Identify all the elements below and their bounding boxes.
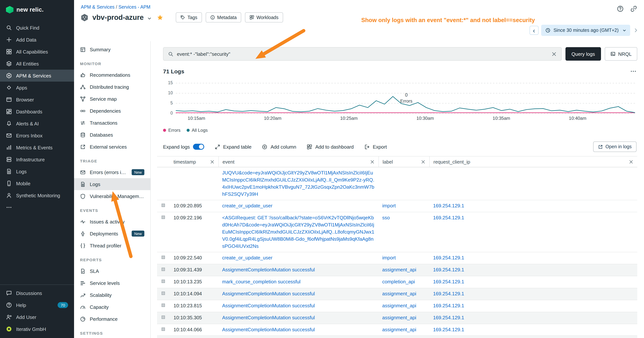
log-ip-link[interactable]: 169.254.129.1 <box>433 255 464 261</box>
log-event-link[interactable]: AssignmentCompletionMutation successful <box>222 303 315 308</box>
log-label-link[interactable]: import <box>382 203 396 209</box>
sidebar-item-synthetic-monitoring[interactable]: Synthetic Monitoring <box>0 189 74 201</box>
expand-logs-toggle[interactable]: Expand logs <box>163 144 204 150</box>
log-ip-link[interactable]: 169.254.129.1 <box>433 314 464 320</box>
time-back-button[interactable] <box>530 26 538 35</box>
export-button[interactable]: Export <box>364 144 387 150</box>
table-row[interactable]: 10:10:23.815AssignmentCompletionMutation… <box>157 300 637 312</box>
help-icon[interactable] <box>617 5 624 12</box>
sidebar-item-add-data[interactable]: Add Data <box>0 34 74 46</box>
sidebar-item-recommendations[interactable]: Recommendations <box>74 69 150 81</box>
sidebar-item-service-levels[interactable]: Service levels <box>74 277 150 289</box>
sidebar-item-help[interactable]: Help70 <box>0 299 74 311</box>
log-ip-link[interactable]: 169.254.129.1 <box>433 267 464 273</box>
log-event-link[interactable]: AssignmentCompletionMutation successful <box>222 326 315 332</box>
time-forward-icon[interactable] <box>633 27 639 33</box>
remove-column-icon[interactable] <box>210 159 215 164</box>
log-label-link[interactable]: assignment_api <box>382 291 416 296</box>
more-options-icon[interactable] <box>630 68 636 75</box>
favorite-star-icon[interactable] <box>157 14 164 21</box>
time-picker[interactable]: Since 30 minutes ago (GMT+2) <box>541 25 630 36</box>
column-header-request-client-ip[interactable]: request_client_ip <box>429 156 637 167</box>
sidebar-item-performance[interactable]: Performance <box>74 313 150 325</box>
table-row[interactable]: 10:09:31.439AssignmentCompletionMutation… <box>157 264 637 276</box>
table-row[interactable]: 10:09:22.540create_or_update_userimport1… <box>157 252 637 264</box>
sidebar-item-logs[interactable]: Logs <box>74 178 150 190</box>
table-row[interactable]: 10:10:35.305AssignmentCompletionMutation… <box>157 312 637 324</box>
remove-column-icon[interactable] <box>629 159 634 164</box>
chart-plot-area[interactable]: 0 Errors <box>176 80 635 113</box>
column-header-event[interactable]: event <box>218 156 378 167</box>
clear-query-icon[interactable] <box>551 51 557 57</box>
sidebar-item-metrics-events[interactable]: Metrics & Events <box>0 142 74 153</box>
query-logs-button[interactable]: Query logs <box>566 47 601 61</box>
table-row[interactable]: 10:10:49.051mark_course_completion succe… <box>157 336 637 338</box>
workloads-button[interactable]: Workloads <box>245 12 283 23</box>
log-label-link[interactable]: assignment_api <box>382 314 416 320</box>
log-ip-link[interactable]: 169.254.129.1 <box>433 303 464 308</box>
sidebar-item-all-entities[interactable]: All Entities <box>0 58 74 70</box>
row-select-handle[interactable] <box>162 315 165 319</box>
table-row[interactable]: 10:10:44.066AssignmentCompletionMutation… <box>157 324 637 336</box>
sidebar-item-thread-profiler[interactable]: Thread profiler <box>74 240 150 251</box>
sidebar-item-discussions[interactable]: Discussions <box>0 287 74 299</box>
add-column-button[interactable]: Add column <box>262 144 296 150</box>
log-event-link[interactable]: JUQVU&code=eyJraWQiOiJjcGltY29yZV8wOTl1M… <box>222 170 374 197</box>
sidebar-item-mobile[interactable]: Mobile <box>0 177 74 189</box>
log-event-link[interactable]: create_or_update_user <box>222 203 272 209</box>
table-row[interactable]: 10:09:22.196<ASGIRequest: GET '/sso/call… <box>157 212 637 252</box>
add-to-dashboard-button[interactable]: Add to dashboard <box>307 144 354 150</box>
log-search-bar[interactable] <box>163 47 562 61</box>
column-header-label[interactable]: label <box>378 156 429 167</box>
log-label-link[interactable]: assignment_api <box>382 267 416 273</box>
log-ip-link[interactable]: 169.254.129.1 <box>433 215 464 220</box>
sidebar-item-errors-inbox[interactable]: Errors Inbox <box>0 130 74 142</box>
row-select-handle[interactable] <box>162 256 165 259</box>
legend-item-errors[interactable]: Errors <box>163 128 180 133</box>
log-event-link[interactable]: AssignmentCompletionMutation successful <box>222 291 315 296</box>
sidebar-item-transactions[interactable]: Transactions <box>74 117 150 129</box>
log-event-link[interactable]: AssignmentCompletionMutation successful <box>222 267 315 273</box>
sidebar-item-dashboards[interactable]: Dashboards <box>0 106 74 118</box>
log-label-link[interactable]: sso <box>382 215 390 220</box>
sidebar-item-quick-find[interactable]: Quick Find <box>0 22 74 34</box>
sidebar-item-distributed-tracing[interactable]: Distributed tracing <box>74 81 150 93</box>
log-event-link[interactable]: <ASGIRequest: GET '/sso/callback/?state=… <box>222 215 374 249</box>
table-row[interactable]: 10:09:20.895create_or_update_userimport1… <box>157 200 637 212</box>
table-row[interactable]: 10:10:13.235mark_course_completion succe… <box>157 276 637 288</box>
sidebar-item-iterativ-gmbh[interactable]: Iterativ GmbH <box>0 323 74 335</box>
nrql-button[interactable]: NRQL <box>605 47 637 61</box>
log-event-link[interactable]: mark_course_completion successful <box>222 279 300 284</box>
sidebar-item-all-capabilities[interactable]: All Capabilities <box>0 46 74 58</box>
sidebar-item-apps[interactable]: Apps <box>0 82 74 94</box>
sidebar-item-scalability[interactable]: Scalability <box>74 289 150 301</box>
row-select-handle[interactable] <box>162 204 165 207</box>
row-select-handle[interactable] <box>162 268 165 271</box>
log-event-link[interactable]: create_or_update_user <box>222 255 272 261</box>
log-ip-link[interactable]: 169.254.129.1 <box>433 279 464 284</box>
sidebar-item-external-services[interactable]: External services <box>74 141 150 153</box>
row-select-handle[interactable] <box>162 291 165 295</box>
entity-dropdown-chevron-icon[interactable] <box>147 16 152 21</box>
log-ip-link[interactable]: 169.254.129.1 <box>433 291 464 296</box>
new-relic-logo[interactable]: new relic. <box>0 0 74 19</box>
sidebar-item-capacity[interactable]: Capacity <box>74 301 150 313</box>
table-row[interactable]: 10:10:14.094AssignmentCompletionMutation… <box>157 288 637 300</box>
log-event-link[interactable]: AssignmentCompletionMutation successful <box>222 314 315 320</box>
log-query-input[interactable] <box>177 51 548 57</box>
sidebar-item-apm-services[interactable]: APM & Services <box>0 70 74 82</box>
permalink-icon[interactable] <box>630 5 637 12</box>
log-label-link[interactable]: completion_api <box>382 279 415 284</box>
sidebar-item-sla[interactable]: SLA <box>74 265 150 277</box>
sidebar-item-more[interactable] <box>0 201 74 213</box>
legend-item-all-logs[interactable]: All Logs <box>186 128 208 133</box>
sidebar-item-browser[interactable]: Browser <box>0 94 74 106</box>
row-select-handle[interactable] <box>162 280 165 283</box>
sidebar-item-service-map[interactable]: Service map <box>74 93 150 105</box>
expand-table-button[interactable]: Expand table <box>214 144 252 150</box>
sidebar-item-summary[interactable]: Summary <box>74 44 150 55</box>
log-label-link[interactable]: assignment_api <box>382 303 416 308</box>
tags-button[interactable]: Tags <box>176 12 202 23</box>
sidebar-item-dependencies[interactable]: Dependencies <box>74 105 150 117</box>
remove-column-icon[interactable] <box>421 159 426 164</box>
